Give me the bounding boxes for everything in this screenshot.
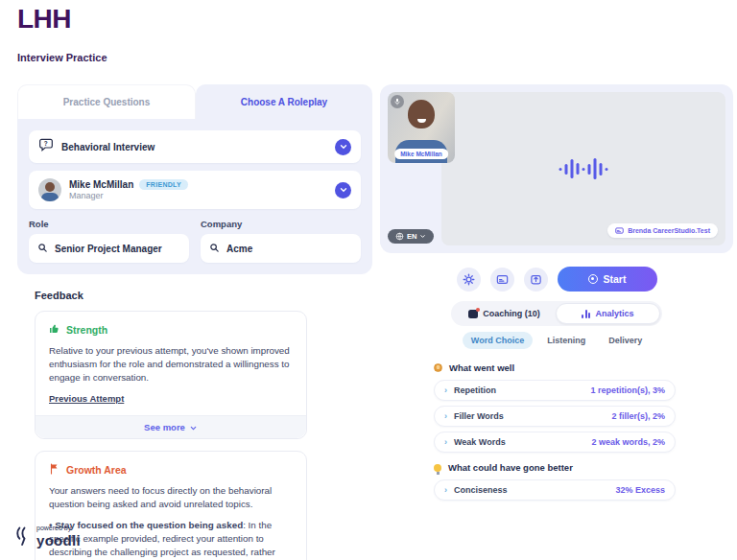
video-stage: Brenda CareerStudio.Test Mike McMillan E… xyxy=(380,84,733,253)
powered-by-yoodli: powered by yoodli xyxy=(13,524,81,548)
metric-row-weak-words[interactable]: › Weak Words 2 weak words, 2% xyxy=(434,432,676,453)
lightbulb-icon xyxy=(434,464,441,472)
see-more-button[interactable]: See more xyxy=(36,415,306,438)
thumbs-up-icon xyxy=(49,323,60,337)
captions-button[interactable] xyxy=(490,268,514,292)
bar-chart-icon xyxy=(582,310,590,318)
growth-title: Growth Area xyxy=(66,464,127,476)
flag-icon xyxy=(49,463,60,477)
strength-card: Strength Relative to your previous attem… xyxy=(35,311,307,439)
gone-better-heading: What could have gone better xyxy=(448,462,573,473)
growth-bullet: • Stay focused on the question being ask… xyxy=(49,519,293,560)
record-icon xyxy=(588,274,598,284)
svg-text:?: ? xyxy=(44,140,48,147)
tab-coaching[interactable]: Coaching (10) xyxy=(453,303,556,324)
interview-type-label: Behavioral Interview xyxy=(61,142,155,152)
share-button[interactable] xyxy=(524,268,548,292)
feedback-section: Strength Relative to your previous attem… xyxy=(35,311,307,560)
gone-better-section: What could have gone better › Concisenes… xyxy=(434,462,676,505)
subtab-word-choice[interactable]: Word Choice xyxy=(463,332,533,349)
strength-body: Relative to your previous attempt, you'v… xyxy=(49,344,293,385)
gear-icon xyxy=(463,273,475,286)
mic-icon xyxy=(391,95,404,108)
growth-body: Your answers need to focus directly on t… xyxy=(49,484,293,511)
strength-title: Strength xyxy=(66,324,107,336)
search-icon xyxy=(209,240,220,257)
role-input[interactable]: Senior Project Manager xyxy=(29,234,189,263)
metric-row-conciseness[interactable]: › Conciseness 32% Excess xyxy=(434,479,676,501)
avatar xyxy=(38,178,61,201)
feedback-heading: Feedback xyxy=(35,290,372,301)
coaching-analytics-tabs: Coaching (10) Analytics xyxy=(451,301,662,326)
upload-icon xyxy=(530,273,542,286)
captions-icon xyxy=(615,226,624,235)
caption-provider-badge: Brenda CareerStudio.Test xyxy=(607,223,718,238)
metric-value: 32% Excess xyxy=(615,485,665,495)
chat-notification-icon xyxy=(468,310,478,318)
subtab-delivery[interactable]: Delivery xyxy=(600,332,651,349)
participant-name-label: Mike McMillan xyxy=(394,149,448,159)
chevron-right-icon: › xyxy=(444,485,447,495)
ai-speaker-screen: Brenda CareerStudio.Test xyxy=(441,92,725,245)
persona-selector[interactable]: Mike McMillan FRIENDLY Manager xyxy=(29,171,361,209)
subtab-listening[interactable]: Listening xyxy=(538,332,594,349)
metric-value: 1 repetition(s), 3% xyxy=(590,385,665,395)
metric-label: Filler Words xyxy=(454,411,504,421)
chevron-right-icon: › xyxy=(444,385,447,395)
interview-practice-page: LHH Interview Practice Practice Question… xyxy=(0,0,737,560)
settings-button[interactable] xyxy=(457,268,481,292)
metric-label: Repetition xyxy=(454,385,496,395)
captions-icon xyxy=(496,273,509,286)
chevron-right-icon: › xyxy=(444,437,447,447)
persona-meta: Mike McMillan FRIENDLY Manager xyxy=(69,179,188,200)
persona-name: Mike McMillan xyxy=(69,179,133,190)
analytics-label: Analytics xyxy=(595,309,633,318)
tab-choose-roleplay[interactable]: Choose A Roleplay xyxy=(196,84,372,119)
role-value: Senior Project Manager xyxy=(55,244,162,254)
chevron-down-icon[interactable] xyxy=(335,139,351,155)
metric-value: 2 weak words, 2% xyxy=(591,437,665,447)
friendly-badge: FRIENDLY xyxy=(139,179,188,190)
participant-video-thumbnail: Mike McMillan xyxy=(388,92,455,163)
session-controls: Start xyxy=(380,267,733,292)
setup-panel: Practice Questions Choose A Roleplay ? B… xyxy=(17,84,372,560)
coaching-label: Coaching (10) xyxy=(483,309,540,318)
language-selector[interactable]: EN xyxy=(388,229,434,244)
tab-practice-questions[interactable]: Practice Questions xyxy=(17,84,196,119)
role-label: Role xyxy=(29,219,189,229)
chevron-down-icon xyxy=(419,233,426,240)
see-more-label: See more xyxy=(144,422,185,432)
medal-icon xyxy=(434,363,442,372)
page-title: Interview Practice xyxy=(17,52,107,63)
roleplay-setup-body: ? Behavioral Interview Mike McMillan FRI… xyxy=(17,119,372,274)
search-icon xyxy=(37,240,48,257)
chevron-right-icon: › xyxy=(444,411,447,421)
previous-attempt-link[interactable]: Previous Attempt xyxy=(49,393,124,404)
went-well-heading: What went well xyxy=(449,362,514,373)
lhh-logo: LHH xyxy=(17,4,71,35)
role-company-fields: Role Senior Project Manager Company xyxy=(29,219,361,263)
powered-by-label: powered by xyxy=(36,525,81,531)
company-input[interactable]: Acme xyxy=(201,234,361,263)
chevron-down-icon xyxy=(189,424,198,432)
metric-label: Conciseness xyxy=(454,485,508,495)
chat-question-icon: ? xyxy=(38,137,54,156)
metric-value: 2 filler(s), 2% xyxy=(611,411,665,421)
persona-title: Manager xyxy=(69,191,188,200)
start-button[interactable]: Start xyxy=(558,267,657,292)
interview-type-selector[interactable]: ? Behavioral Interview xyxy=(29,130,361,163)
metric-row-filler-words[interactable]: › Filler Words 2 filler(s), 2% xyxy=(434,406,676,427)
yoodli-brand: yoodli xyxy=(36,533,81,548)
setup-tabbar: Practice Questions Choose A Roleplay xyxy=(17,84,372,119)
company-value: Acme xyxy=(226,244,252,254)
went-well-section: What went well › Repetition 1 repetition… xyxy=(434,362,676,457)
metric-row-repetition[interactable]: › Repetition 1 repetition(s), 3% xyxy=(434,380,676,401)
start-label: Start xyxy=(604,273,627,285)
waveform-icon xyxy=(559,158,608,179)
caption-label: Brenda CareerStudio.Test xyxy=(628,227,710,234)
chevron-down-icon[interactable] xyxy=(335,182,351,198)
analytics-subtabs: Word Choice Listening Delivery xyxy=(380,332,733,349)
yoodli-logo-icon xyxy=(13,524,32,548)
tab-analytics[interactable]: Analytics xyxy=(556,303,660,324)
company-label: Company xyxy=(201,219,361,229)
